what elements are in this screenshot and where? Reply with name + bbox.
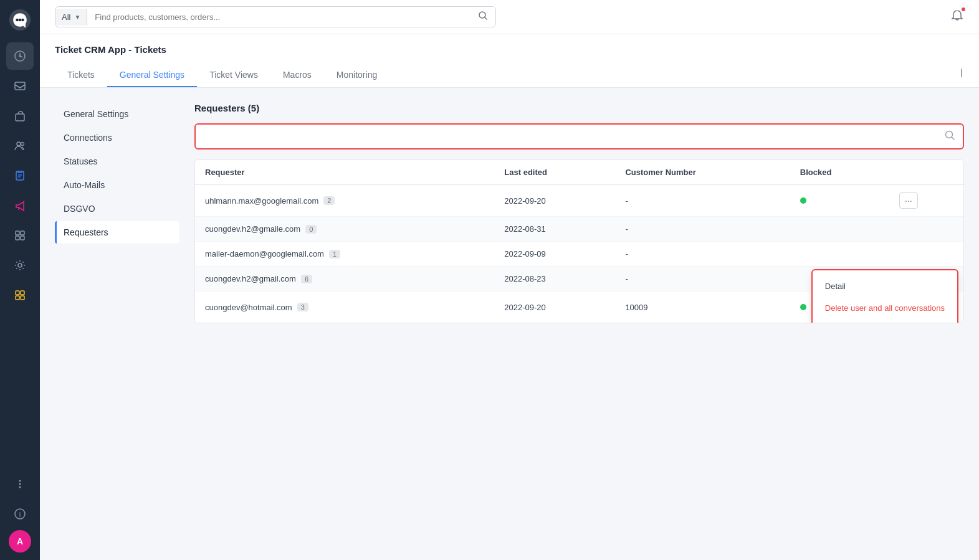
nav-item-connections[interactable]: Connections <box>55 126 179 149</box>
requester-search-wrapper <box>194 123 964 149</box>
svg-point-22 <box>19 480 21 482</box>
cell-blocked <box>790 185 889 217</box>
sidebar-icon-inbox[interactable] <box>6 72 34 100</box>
notification-icon[interactable] <box>950 9 964 26</box>
cell-blocked <box>790 217 889 242</box>
tabs-container: Tickets General Settings Ticket Views Ma… <box>55 64 964 87</box>
blocked-dot <box>800 304 806 310</box>
svg-rect-14 <box>21 231 24 235</box>
cell-action: ··· <box>889 185 963 217</box>
col-last-edited: Last edited <box>494 160 615 185</box>
col-actions <box>889 160 963 185</box>
svg-rect-15 <box>16 236 19 240</box>
svg-point-5 <box>19 55 21 57</box>
email-text: cuongdev@hotmail.com <box>205 303 292 312</box>
chevron-down-icon: ▼ <box>74 14 80 21</box>
svg-rect-28 <box>961 69 962 77</box>
section-title: Requesters (5) <box>194 103 964 113</box>
svg-point-3 <box>21 19 24 22</box>
logo[interactable] <box>7 7 32 32</box>
svg-point-24 <box>19 486 21 488</box>
cell-blocked <box>790 242 889 267</box>
cell-last-edited: 2022-08-23 <box>494 267 615 292</box>
notification-badge <box>960 6 967 12</box>
sidebar-icon-users[interactable] <box>6 132 34 159</box>
email-text: mailer-daemon@googlemail.com <box>205 249 324 259</box>
cell-last-edited: 2022-08-31 <box>494 217 615 242</box>
svg-rect-20 <box>16 296 19 300</box>
tab-monitoring[interactable]: Monitoring <box>324 64 389 87</box>
sidebar-icon-help[interactable]: i <box>6 500 34 528</box>
sidebar-icon-dashboard[interactable] <box>6 42 34 70</box>
context-menu-item-detail[interactable]: Detail <box>813 275 957 297</box>
sidebar-icon-grid[interactable] <box>6 282 34 309</box>
search-type-dropdown[interactable]: All ▼ <box>55 9 87 26</box>
main-content: All ▼ Ticket CRM App - Tickets Tickets <box>40 0 979 560</box>
svg-point-9 <box>21 143 24 146</box>
nav-item-general-settings[interactable]: General Settings <box>55 103 179 125</box>
cell-last-edited: 2022-09-20 <box>494 292 615 323</box>
global-search-wrapper: All ▼ <box>55 6 496 27</box>
global-search-input[interactable] <box>87 9 470 26</box>
sidebar-icon-settings[interactable] <box>6 252 34 279</box>
row-action-button[interactable]: ··· <box>899 192 918 209</box>
svg-rect-7 <box>16 114 24 121</box>
col-requester: Requester <box>195 160 494 185</box>
page-header: Ticket CRM App - Tickets Tickets General… <box>40 34 979 88</box>
requester-search-icon <box>944 130 955 143</box>
context-menu-item-delete[interactable]: Delete user and all conversations <box>813 297 957 319</box>
svg-rect-16 <box>21 236 24 240</box>
cell-last-edited: 2022-09-20 <box>494 185 615 217</box>
sidebar: i A <box>0 0 40 560</box>
topbar: All ▼ <box>40 0 979 34</box>
svg-point-17 <box>18 263 22 267</box>
sidebar-icon-more[interactable] <box>6 470 34 498</box>
left-nav: General Settings Connections Statuses Au… <box>55 103 179 545</box>
table-row: mailer-daemon@googlemail.com 1 2022-09-0… <box>195 242 963 267</box>
email-text: uhlmann.max@googlemail.com <box>205 196 318 206</box>
requesters-table: Requester Last edited Customer Number Bl… <box>194 159 964 323</box>
tab-ticket-views[interactable]: Ticket Views <box>197 64 270 87</box>
context-menu-item-block[interactable]: Block user <box>813 319 957 323</box>
search-type-label: All <box>62 12 70 22</box>
svg-rect-19 <box>21 291 24 295</box>
nav-item-dsgvo[interactable]: DSGVO <box>55 197 179 220</box>
requester-search-input[interactable] <box>203 131 944 141</box>
svg-point-1 <box>16 19 19 22</box>
sidebar-icon-bag[interactable] <box>6 102 34 130</box>
svg-rect-18 <box>16 291 19 295</box>
svg-point-8 <box>17 142 21 146</box>
svg-point-2 <box>19 19 22 22</box>
ticket-count-badge: 1 <box>329 250 340 259</box>
cell-customer-number: - <box>615 242 790 267</box>
sidebar-icon-clipboard[interactable] <box>6 162 34 189</box>
blocked-dot <box>800 197 806 204</box>
sidebar-icon-megaphone[interactable] <box>6 192 34 219</box>
cell-customer-number: - <box>615 267 790 292</box>
tab-macros[interactable]: Macros <box>270 64 324 87</box>
search-button[interactable] <box>470 7 495 27</box>
sidebar-icon-puzzle[interactable] <box>6 222 34 249</box>
email-text: cuongdev.h2@gmaile.com <box>205 224 300 234</box>
svg-rect-13 <box>16 231 19 235</box>
nav-item-statuses[interactable]: Statuses <box>55 150 179 173</box>
cell-customer-number: - <box>615 217 790 242</box>
avatar[interactable]: A <box>9 530 31 553</box>
svg-point-23 <box>19 483 21 485</box>
nav-item-auto-mails[interactable]: Auto-Mails <box>55 174 179 196</box>
cell-email: uhlmann.max@googlemail.com 2 <box>195 185 494 217</box>
tab-general-settings[interactable]: General Settings <box>107 64 197 87</box>
cell-last-edited: 2022-09-09 <box>494 242 615 267</box>
ticket-count-badge: 3 <box>297 303 308 311</box>
cell-email: cuongdev@hotmail.com 3 <box>195 292 494 323</box>
tab-tickets[interactable]: Tickets <box>55 64 107 87</box>
nav-item-requesters[interactable]: Requesters <box>55 221 179 244</box>
ticket-count-badge: 2 <box>323 196 335 205</box>
svg-rect-21 <box>21 296 24 300</box>
cell-customer-number: 10009 <box>615 292 790 323</box>
ticket-count-badge: 0 <box>305 225 317 234</box>
cell-action <box>889 242 963 267</box>
content-area: General Settings Connections Statuses Au… <box>40 88 979 560</box>
right-content: Requesters (5) Requester La <box>194 103 964 545</box>
cell-email: cuongdev.h2@gmail.com 6 <box>195 267 494 292</box>
